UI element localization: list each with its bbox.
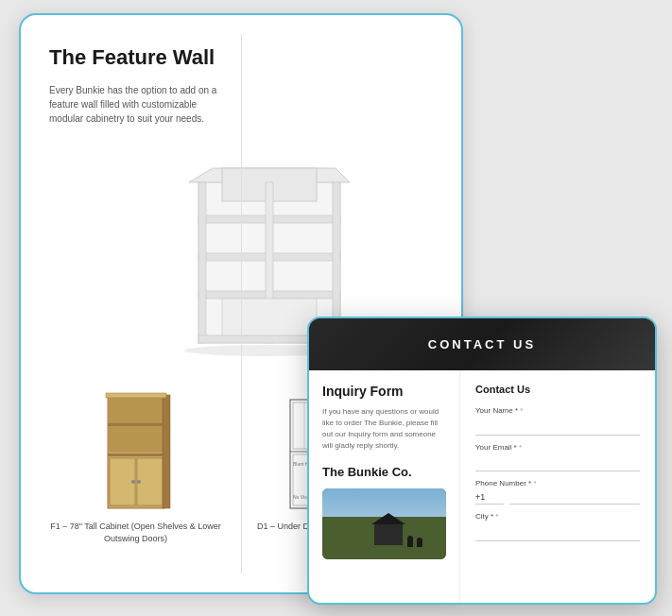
- contact-header-title: CONTACT US: [428, 337, 536, 351]
- contact-card: CONTACT US Inquiry Form If you have any …: [307, 317, 657, 605]
- contact-header: CONTACT US: [309, 318, 655, 370]
- contact-form-title: Contact Us: [475, 384, 640, 395]
- contact-left-panel: Inquiry Form If you have any questions o…: [309, 370, 460, 603]
- wood-cabinet-svg: [98, 390, 174, 513]
- email-input[interactable]: [475, 456, 640, 471]
- cabinet-image-left: [40, 390, 232, 513]
- svg-rect-10: [222, 299, 317, 335]
- svg-rect-13: [110, 397, 163, 423]
- cabinet-label-left: F1 – 78" Tall Cabinet (Open Shelves & Lo…: [40, 521, 232, 544]
- email-field: Your Email *: [475, 443, 640, 472]
- page-description: Every Bunkie has the option to add on a …: [49, 83, 219, 126]
- phone-number-input[interactable]: [509, 489, 640, 505]
- svg-rect-16: [108, 453, 164, 456]
- contact-right-panel: Contact Us Your Name * Your Email * Phon…: [460, 370, 655, 603]
- city-label: City *: [475, 512, 640, 521]
- cabinet-item-left: F1 – 78" Tall Cabinet (Open Shelves & Lo…: [40, 390, 232, 544]
- city-field: City *: [475, 512, 640, 541]
- name-input[interactable]: [475, 420, 640, 436]
- bunkie-image: [322, 488, 446, 559]
- name-field: Your Name *: [475, 406, 640, 436]
- svg-rect-15: [108, 423, 164, 426]
- svg-rect-14: [110, 425, 163, 452]
- svg-rect-21: [163, 395, 170, 508]
- city-input[interactable]: [475, 526, 640, 541]
- email-label: Your Email *: [475, 443, 640, 452]
- bunkie-name: The Bunkie Co.: [322, 465, 446, 479]
- svg-point-19: [131, 480, 135, 484]
- phone-prefix-input[interactable]: [475, 489, 504, 505]
- svg-rect-22: [106, 393, 166, 398]
- phone-row: [475, 489, 640, 505]
- phone-field: Phone Number *: [475, 479, 640, 505]
- svg-rect-17: [110, 458, 135, 505]
- svg-rect-6: [198, 182, 206, 343]
- main-divider: [241, 34, 242, 573]
- phone-label: Phone Number *: [475, 479, 640, 488]
- contact-body: Inquiry Form If you have any questions o…: [309, 370, 655, 603]
- inquiry-description: If you have any questions or would like …: [322, 406, 446, 452]
- name-label: Your Name *: [475, 406, 640, 415]
- svg-rect-18: [137, 458, 163, 505]
- svg-point-20: [137, 480, 141, 484]
- inquiry-title: Inquiry Form: [322, 384, 446, 399]
